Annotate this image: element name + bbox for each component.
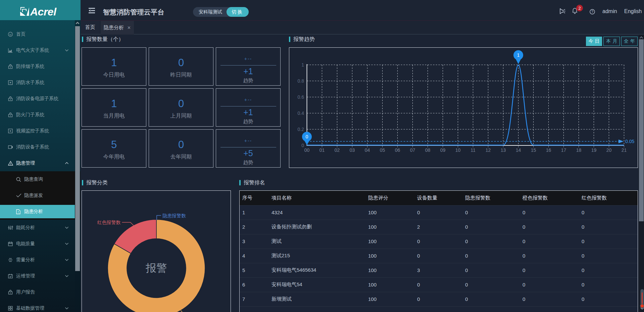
svg-text:21: 21 <box>622 147 627 153</box>
svg-text:13: 13 <box>501 147 506 153</box>
svg-text:04: 04 <box>365 147 370 153</box>
svg-text:0.2: 0.2 <box>298 127 304 132</box>
svg-text:00: 00 <box>304 147 310 153</box>
svg-text:09: 09 <box>440 147 446 153</box>
svg-text:01: 01 <box>319 147 325 153</box>
svg-text:1: 1 <box>301 62 304 68</box>
svg-text:20: 20 <box>606 147 612 153</box>
svg-text:18: 18 <box>576 147 582 153</box>
svg-text:12: 12 <box>486 147 491 153</box>
svg-text:19: 19 <box>591 147 597 153</box>
svg-text:0: 0 <box>306 134 308 139</box>
svg-text:0.8: 0.8 <box>298 78 304 84</box>
svg-text:05: 05 <box>380 147 385 153</box>
svg-text:0.6: 0.6 <box>298 94 304 100</box>
svg-text:14: 14 <box>516 147 521 153</box>
svg-text:0: 0 <box>301 143 304 148</box>
svg-text:08: 08 <box>425 147 431 153</box>
svg-text:红色报警数: 红色报警数 <box>97 220 121 225</box>
svg-text:11: 11 <box>470 147 476 153</box>
svg-text:03: 03 <box>350 147 355 153</box>
svg-text:07: 07 <box>410 147 415 153</box>
svg-text:0.05: 0.05 <box>625 139 634 144</box>
svg-text:16: 16 <box>546 147 551 153</box>
svg-text:02: 02 <box>335 147 340 153</box>
svg-text:17: 17 <box>561 147 566 153</box>
svg-text:06: 06 <box>395 147 400 153</box>
svg-text:1: 1 <box>517 52 520 58</box>
svg-text:0.4: 0.4 <box>298 110 304 116</box>
svg-text:报警: 报警 <box>146 262 167 274</box>
svg-text:10: 10 <box>455 147 461 153</box>
svg-text:?: ? <box>591 10 593 14</box>
svg-text:隐患报警数: 隐患报警数 <box>162 213 186 218</box>
svg-text:Acrel: Acrel <box>30 6 57 18</box>
svg-text:15: 15 <box>531 147 536 153</box>
